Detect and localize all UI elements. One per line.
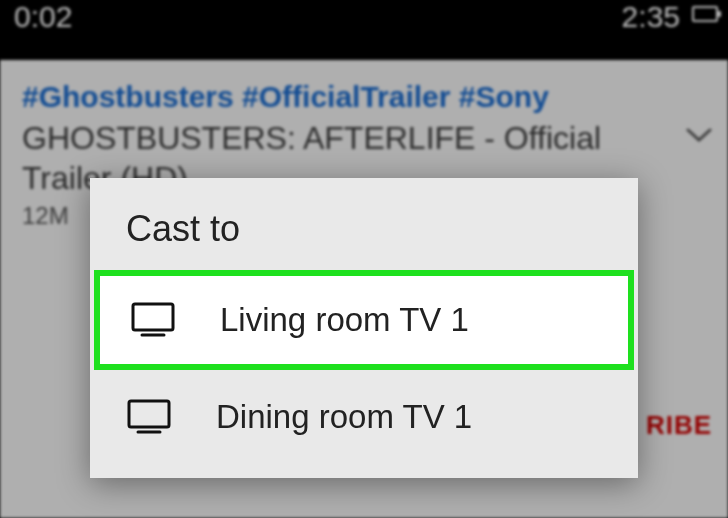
tv-icon [130,301,176,339]
screen: 0:02 2:35 #Ghostbusters #OfficialTrailer… [0,0,728,518]
battery-icon [692,6,718,22]
cast-device-label: Living room TV 1 [220,301,469,339]
cast-device-living-room[interactable]: Living room TV 1 [94,270,634,370]
video-hashtags[interactable]: #Ghostbusters #OfficialTrailer #Sony [22,80,549,114]
svg-rect-2 [129,401,169,427]
chevron-down-icon[interactable] [686,128,712,144]
video-views: 12M [22,202,69,230]
video-player-area [0,0,728,60]
subscribe-button[interactable]: RIBE [646,410,712,441]
cast-dialog: Cast to Living room TV 1 [90,178,638,478]
cast-device-list: Living room TV 1 Dining room TV 1 [90,270,638,464]
cast-device-label: Dining room TV 1 [216,398,472,436]
status-time-left: 0:02 [14,0,72,34]
tv-icon [126,398,172,436]
svg-rect-0 [133,304,173,330]
status-time-right: 2:35 [622,0,680,34]
cast-device-dining-room[interactable]: Dining room TV 1 [90,370,638,464]
cast-dialog-title: Cast to [126,208,240,250]
